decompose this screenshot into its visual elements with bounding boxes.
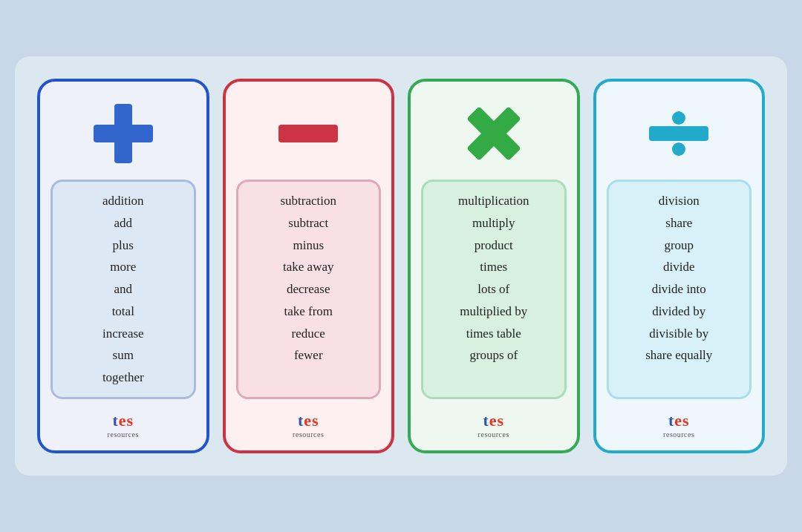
word-item: product bbox=[475, 237, 513, 254]
tes-resources: resources bbox=[478, 430, 509, 439]
minus-icon bbox=[278, 125, 338, 142]
card-subtraction: subtraction subtract minus take away dec… bbox=[223, 79, 395, 453]
plus-icon bbox=[94, 104, 153, 163]
word-item: share equally bbox=[645, 347, 712, 364]
word-item: together bbox=[102, 369, 144, 387]
multiply-icon-area bbox=[457, 96, 531, 171]
divide-icon bbox=[649, 111, 708, 156]
word-item: sum bbox=[113, 347, 134, 364]
word-item: multiplied by bbox=[460, 303, 527, 321]
tes-logo: tes resources bbox=[293, 411, 324, 439]
card-addition: addition add plus more and total increas… bbox=[37, 79, 209, 453]
word-item: divide into bbox=[652, 280, 706, 298]
word-item: multiplication bbox=[458, 192, 529, 210]
word-item: total bbox=[112, 303, 134, 321]
word-item: minus bbox=[293, 237, 324, 254]
word-item: groups of bbox=[469, 347, 518, 364]
word-item: plus bbox=[113, 237, 134, 254]
card-division: division share group divide divide into … bbox=[593, 79, 766, 453]
word-item: and bbox=[114, 280, 132, 298]
word-item: share bbox=[665, 214, 692, 232]
subtraction-words-box: subtraction subtract minus take away dec… bbox=[236, 180, 382, 399]
word-item: division bbox=[659, 192, 700, 210]
word-item: take away bbox=[283, 258, 333, 276]
word-item: fewer bbox=[294, 347, 323, 364]
word-item: multiply bbox=[472, 214, 515, 232]
divide-icon-area bbox=[642, 96, 716, 171]
tes-resources: resources bbox=[663, 430, 694, 439]
card-multiplication: multiplication multiply product times lo… bbox=[408, 79, 580, 453]
tes-resources: resources bbox=[293, 430, 324, 439]
word-item: subtract bbox=[288, 214, 328, 232]
word-item: lots of bbox=[477, 280, 509, 298]
tes-brand: tes bbox=[112, 411, 134, 430]
word-item: subtraction bbox=[280, 192, 336, 210]
word-item: addition bbox=[102, 192, 144, 210]
tes-logo: tes resources bbox=[108, 411, 139, 439]
tes-logo: tes resources bbox=[478, 411, 509, 439]
word-item: divisible by bbox=[649, 325, 708, 343]
divide-dot-bottom bbox=[672, 142, 685, 156]
divide-dot-top bbox=[672, 111, 685, 125]
word-item: decrease bbox=[287, 280, 330, 298]
word-item: take from bbox=[284, 303, 333, 321]
division-words-box: division share group divide divide into … bbox=[607, 180, 752, 399]
word-item: more bbox=[110, 258, 136, 276]
addition-words-box: addition add plus more and total increas… bbox=[50, 180, 196, 399]
tes-resources: resources bbox=[108, 430, 139, 439]
word-item: divided by bbox=[652, 303, 705, 321]
word-item: add bbox=[114, 214, 132, 232]
tes-brand: tes bbox=[298, 411, 319, 430]
word-item: times table bbox=[466, 325, 521, 343]
multiply-icon bbox=[464, 104, 524, 163]
word-item: times bbox=[480, 258, 507, 276]
minus-icon-area bbox=[271, 96, 345, 171]
multiplication-words-box: multiplication multiply product times lo… bbox=[421, 180, 567, 399]
word-item: increase bbox=[102, 325, 144, 343]
plus-icon-area bbox=[86, 96, 160, 171]
word-item: divide bbox=[663, 258, 695, 276]
tes-brand: tes bbox=[668, 411, 690, 430]
tes-logo: tes resources bbox=[663, 411, 694, 439]
main-container: addition add plus more and total increas… bbox=[15, 56, 787, 476]
word-item: group bbox=[664, 237, 694, 254]
word-item: reduce bbox=[292, 325, 325, 343]
tes-brand: tes bbox=[483, 411, 504, 430]
divide-line bbox=[649, 126, 708, 141]
